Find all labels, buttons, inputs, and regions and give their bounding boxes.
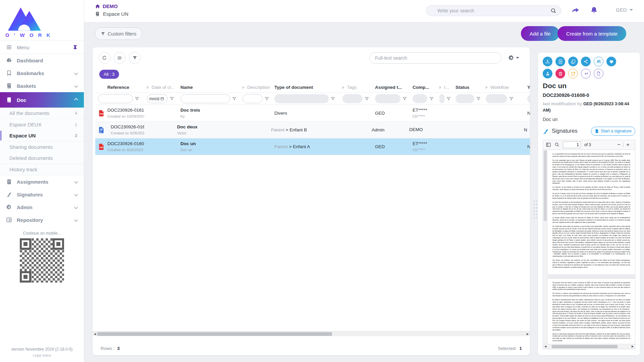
favorite-button[interactable] (606, 57, 616, 66)
table-settings-button[interactable] (508, 55, 519, 61)
funnel-icon[interactable] (265, 97, 269, 101)
menu-toggle[interactable]: Menu (0, 41, 84, 54)
refresh-button[interactable] (99, 52, 110, 64)
assign-users-button[interactable] (594, 57, 603, 66)
calendar-icon[interactable] (160, 97, 164, 101)
scroll-left-icon[interactable]: ◀ (543, 345, 548, 348)
search-icon[interactable] (550, 8, 556, 14)
sidebar-item-espace-un[interactable]: Espace UN 3 (0, 130, 84, 141)
columns-button[interactable] (114, 52, 125, 64)
share-forward-icon[interactable] (571, 6, 580, 15)
column-header-description[interactable]: Description (240, 85, 272, 90)
column-header-y[interactable]: Y... (525, 85, 530, 90)
fulltext-search-input[interactable] (375, 55, 496, 61)
zoom-out-button[interactable]: − (614, 141, 623, 148)
filter-reference-input[interactable] (98, 94, 133, 103)
column-header-date[interactable]: Date of cr... (144, 85, 178, 90)
table-row-selected[interactable]: DOC230926-01608-0Created on 9/26/2023 3:… (95, 138, 530, 155)
sidebar-item-history-track[interactable]: History track (0, 164, 84, 175)
scroll-right-icon[interactable]: ▶ (525, 333, 530, 336)
sidebar-item-assignments[interactable]: Assignments (0, 175, 84, 188)
properties-button[interactable] (594, 69, 603, 78)
scrollbar-thumb[interactable] (552, 345, 618, 348)
sidebar-item-sharing-documents[interactable]: Sharing documents (0, 141, 84, 153)
funnel-icon[interactable] (135, 97, 139, 101)
sidebar-toggle-icon[interactable] (546, 142, 551, 147)
copy-button[interactable] (568, 57, 578, 66)
pdf-pages[interactable]: Il y a aujourd'hui trois cent quarante-h… (543, 150, 635, 344)
sidebar-item-baskets[interactable]: Baskets (0, 79, 84, 92)
filter-assigned-select[interactable] (375, 94, 400, 103)
legal-notice-link[interactable]: Legal notice (0, 354, 84, 362)
upload-version-button[interactable] (555, 57, 565, 66)
notification-bell-icon[interactable] (590, 6, 598, 14)
scrollbar-thumb[interactable] (97, 332, 332, 336)
column-header-status[interactable]: Status (453, 85, 483, 90)
sidebar-item-all-documents[interactable]: All the documents 4 (0, 108, 84, 119)
filter-type-select[interactable] (274, 94, 329, 103)
app-logo[interactable]: O ' W O R K (0, 0, 84, 41)
column-header-reference[interactable]: Reference (105, 85, 144, 90)
custom-filters-button[interactable]: Custom filters (95, 27, 142, 40)
download-button[interactable] (543, 57, 552, 66)
table-row[interactable]: DOC230926-01610-3Created on 10/29/2024 1… (95, 105, 530, 122)
sidebar-item-admin[interactable]: Admin (0, 201, 84, 214)
filter-y-select[interactable] (527, 94, 530, 103)
sidebar-item-deleted-documents[interactable]: Deleted documents (0, 153, 84, 164)
sidebar-item-bookmarks[interactable]: Bookmarks (0, 67, 84, 79)
filter-name-input[interactable] (180, 94, 230, 103)
column-header-workflow[interactable]: Workflow (483, 85, 525, 90)
scrollbar-thumb[interactable] (544, 150, 547, 221)
scroll-left-icon[interactable]: ◀ (93, 333, 97, 336)
funnel-icon[interactable] (476, 97, 481, 101)
column-header-name[interactable]: Name (178, 85, 240, 90)
funnel-icon[interactable] (446, 97, 451, 101)
funnel-icon[interactable] (509, 97, 514, 101)
funnel-icon[interactable] (402, 97, 407, 101)
filter-i-select[interactable] (439, 94, 444, 103)
filter-company-select[interactable] (413, 94, 427, 103)
filter-workflow-select[interactable] (486, 94, 507, 103)
table-horizontal-scrollbar[interactable]: ◀ ▶ (93, 331, 530, 336)
column-header-i[interactable]: I... (437, 85, 453, 90)
column-header-assigned[interactable]: Assigned t... (372, 85, 410, 90)
open-external-button[interactable] (568, 69, 578, 78)
funnel-icon[interactable] (331, 97, 335, 101)
funnel-icon[interactable] (170, 97, 174, 101)
add-file-button[interactable]: Add a file (521, 26, 559, 41)
scroll-right-icon[interactable]: ▶ (630, 345, 635, 348)
column-header-tags[interactable]: Tags (340, 85, 372, 90)
stamp-button[interactable] (543, 69, 552, 78)
zoom-in-button[interactable]: + (624, 141, 632, 148)
return-button[interactable] (581, 69, 591, 78)
global-search-input[interactable] (437, 8, 550, 13)
sidebar-item-signatures[interactable]: Signatures (0, 188, 84, 201)
filter-button[interactable] (129, 52, 141, 64)
delete-button[interactable] (555, 69, 565, 78)
panel-resize-grip[interactable] (533, 199, 537, 218)
search-icon[interactable] (554, 142, 559, 147)
create-from-template-button[interactable]: Create from a template (557, 26, 626, 41)
pdf-horizontal-scrollbar[interactable]: ◀ ▶ (543, 344, 635, 349)
table-row[interactable]: DOC230926-01609-0Created on 9/26/2023 3:… (95, 122, 530, 138)
sidebar-item-doc[interactable]: Doc (0, 92, 84, 108)
sidebar-item-espace-deux[interactable]: Espace DEUX 1 (0, 119, 84, 130)
funnel-icon[interactable] (232, 97, 236, 101)
pin-icon[interactable] (72, 45, 78, 50)
column-header-company[interactable]: Comp... (410, 85, 437, 90)
breadcrumb-workspace[interactable]: DEMO (95, 3, 128, 9)
funnel-icon[interactable] (429, 97, 434, 101)
sidebar-item-dashboard[interactable]: Dashboard (0, 54, 84, 67)
funnel-icon[interactable] (365, 97, 369, 101)
page-number-input[interactable] (563, 141, 581, 148)
filter-status-select[interactable] (455, 94, 474, 103)
column-header-type[interactable]: Type of document (272, 85, 340, 90)
start-signature-button[interactable]: Start a signature (591, 127, 635, 136)
filter-tags-select[interactable] (342, 94, 363, 103)
filter-badge-all[interactable]: All : 3 (99, 70, 119, 79)
share-button[interactable] (581, 57, 591, 66)
breadcrumb-space[interactable]: Espace UN (95, 11, 128, 17)
filter-date-input[interactable]: mm/d (147, 94, 168, 103)
pdf-vertical-scrollbar[interactable] (543, 150, 547, 344)
filter-description-input[interactable] (243, 94, 263, 103)
